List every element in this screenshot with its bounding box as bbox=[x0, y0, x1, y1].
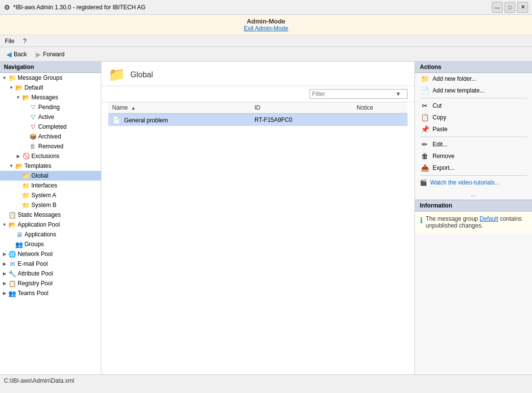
network-icon-network-pool: 🌐 bbox=[8, 250, 17, 258]
app-icon-applications: 🖥 bbox=[15, 231, 24, 238]
expand-email-pool[interactable]: ▶ bbox=[1, 260, 8, 267]
action-export[interactable]: 📤 Export... bbox=[415, 162, 532, 174]
action-cut[interactable]: ✂ Cut bbox=[415, 100, 532, 112]
expand-attribute-pool[interactable]: ▶ bbox=[1, 270, 8, 277]
tree-item-teams-pool[interactable]: ▶ 👥 Teams Pool bbox=[0, 288, 101, 298]
expand-application-pool[interactable]: ▼ bbox=[1, 221, 8, 228]
expand-templates[interactable]: ▼ bbox=[8, 162, 15, 169]
exit-admin-mode-link[interactable]: Exit Admin-Mode bbox=[0, 25, 532, 32]
action-copy[interactable]: 📋 Copy bbox=[415, 112, 532, 123]
tree-item-templates[interactable]: ▼ 📂 Templates bbox=[0, 161, 101, 171]
action-add-folder[interactable]: 📁 Add new folder... bbox=[415, 73, 532, 85]
expand-pending[interactable] bbox=[22, 104, 28, 111]
information-content: ℹ The message group Default contains unp… bbox=[415, 211, 532, 233]
status-bar: C:\IBI-aws\Admin\Data.xml bbox=[0, 374, 532, 386]
tree-item-interfaces[interactable]: 📁 Interfaces bbox=[0, 181, 101, 190]
tree-item-messages[interactable]: ▼ 📂 Messages bbox=[0, 92, 101, 102]
tree-label-registry-pool: Registry Pool bbox=[18, 280, 52, 287]
expand-active[interactable] bbox=[22, 114, 28, 120]
content-area: 📁 Global ▼ Name ▲ ID bbox=[101, 62, 414, 374]
tree-item-default[interactable]: ▼ 📂 Default bbox=[0, 83, 101, 92]
title-bar-controls: — □ ✕ bbox=[492, 2, 528, 13]
expand-global[interactable] bbox=[15, 172, 22, 179]
expand-teams-pool[interactable]: ▶ bbox=[1, 290, 8, 297]
expand-applications[interactable] bbox=[8, 231, 15, 238]
default-link[interactable]: Default bbox=[480, 215, 498, 222]
tree-label-pending: Pending bbox=[38, 104, 60, 111]
tree-item-active[interactable]: ▽ Active bbox=[0, 112, 101, 122]
separator-3 bbox=[420, 175, 527, 176]
expand-completed[interactable] bbox=[22, 123, 28, 130]
tree-item-groups[interactable]: 👥 Groups bbox=[0, 239, 101, 249]
tree-item-system-a[interactable]: 📁 System A bbox=[0, 190, 101, 200]
tree-item-message-groups[interactable]: ▼ 📁 Message Groups bbox=[0, 73, 101, 83]
block-icon-exclusions: 🚫 bbox=[22, 152, 30, 160]
app-title: *IBI-aws Admin 1.30.0 - registered for I… bbox=[13, 4, 145, 11]
close-button[interactable]: ✕ bbox=[517, 2, 528, 13]
cut-icon: ✂ bbox=[420, 102, 430, 110]
expand-exclusions[interactable]: ▶ bbox=[15, 153, 22, 160]
tree-label-active: Active bbox=[38, 114, 54, 120]
tree-item-global[interactable]: 📁 Global bbox=[0, 171, 101, 181]
expand-messages[interactable]: ▼ bbox=[15, 94, 22, 101]
expand-registry-pool[interactable]: ▶ bbox=[1, 280, 8, 287]
actions-title: Actions bbox=[420, 64, 441, 70]
expand-system-b[interactable] bbox=[15, 202, 22, 208]
remove-icon: 🗑 bbox=[420, 152, 430, 160]
forward-button[interactable]: ▶ Forward bbox=[32, 49, 68, 60]
filter-icon-active: ▽ bbox=[28, 113, 37, 121]
tree-item-applications[interactable]: 🖥 Applications bbox=[0, 230, 101, 239]
content-title: Global bbox=[130, 70, 153, 79]
tree-item-system-b[interactable]: 📁 System B bbox=[0, 200, 101, 210]
tree-item-archived[interactable]: 📦 Archived bbox=[0, 132, 101, 141]
expand-removed[interactable] bbox=[22, 143, 28, 150]
expand-msg-groups[interactable]: ▼ bbox=[1, 74, 8, 81]
maximize-button[interactable]: □ bbox=[505, 2, 515, 13]
folder-icon-message-groups: 📁 bbox=[8, 74, 17, 82]
expand-system-a[interactable] bbox=[15, 192, 22, 199]
tree-item-completed[interactable]: ▽ Completed bbox=[0, 122, 101, 132]
expand-archived[interactable] bbox=[22, 133, 28, 140]
action-paste[interactable]: 📌 Paste bbox=[415, 123, 532, 135]
information-header: Information bbox=[415, 200, 532, 211]
tree-label-completed: Completed bbox=[38, 123, 67, 130]
info-icon: ℹ bbox=[420, 216, 423, 225]
col-notice[interactable]: Notice bbox=[353, 102, 408, 114]
add-template-label: Add new template... bbox=[433, 87, 484, 94]
table-row[interactable]: 📄 General problem RT-F15A9FC0 bbox=[108, 114, 408, 126]
tree-item-registry-pool[interactable]: ▶ 📋 Registry Pool bbox=[0, 278, 101, 288]
tree-label-messages: Messages bbox=[31, 94, 58, 101]
expand-network-pool[interactable]: ▶ bbox=[1, 251, 8, 257]
action-add-template[interactable]: 📄 Add new template... bbox=[415, 85, 532, 96]
tree-item-email-pool[interactable]: ▶ ✉ E-mail Pool bbox=[0, 259, 101, 269]
tree-item-attribute-pool[interactable]: ▶ 🔧 Attribute Pool bbox=[0, 269, 101, 278]
action-edit[interactable]: ✏ Edit... bbox=[415, 139, 532, 150]
action-remove[interactable]: 🗑 Remove bbox=[415, 150, 532, 162]
tree-item-pending[interactable]: ▽ Pending bbox=[0, 102, 101, 112]
row-name-label: General problem bbox=[124, 117, 168, 124]
col-name[interactable]: Name ▲ bbox=[108, 102, 250, 114]
forward-label: Forward bbox=[43, 51, 65, 58]
expand-groups[interactable] bbox=[8, 241, 15, 248]
back-button[interactable]: ◀ Back bbox=[3, 49, 30, 60]
tree-item-network-pool[interactable]: ▶ 🌐 Network Pool bbox=[0, 249, 101, 259]
minimize-button[interactable]: — bbox=[492, 2, 503, 13]
tree-item-exclusions[interactable]: ▶ 🚫 Exclusions bbox=[0, 151, 101, 161]
content-table: Name ▲ ID Notice 📄 bbox=[101, 102, 414, 374]
menu-file[interactable]: File bbox=[3, 37, 16, 46]
expand-default[interactable]: ▼ bbox=[8, 84, 15, 91]
tree-item-removed[interactable]: 🗑 Removed bbox=[0, 141, 101, 151]
tree-item-application-pool[interactable]: ▼ 📂 Application Pool bbox=[0, 220, 101, 230]
main-layout: Navigation ▼ 📁 Message Groups ▼ 📂 Defaul… bbox=[0, 62, 532, 374]
actions-panel: Actions 📁 Add new folder... 📄 Add new te… bbox=[414, 62, 532, 374]
action-watch-video[interactable]: 🎬 Watch the video-tutorials... bbox=[415, 177, 532, 188]
expand-interfaces[interactable] bbox=[15, 182, 22, 189]
expand-static-messages[interactable] bbox=[1, 211, 8, 218]
filter-input[interactable] bbox=[312, 91, 395, 97]
menu-help[interactable]: ? bbox=[21, 37, 28, 46]
tree-label-removed: Removed bbox=[38, 143, 63, 150]
wrench-icon-attribute-pool: 🔧 bbox=[8, 270, 17, 277]
col-id[interactable]: ID bbox=[250, 102, 353, 114]
tree-item-static-messages[interactable]: 📋 Static Messages bbox=[0, 210, 101, 220]
actions-more[interactable]: ... bbox=[415, 188, 532, 200]
